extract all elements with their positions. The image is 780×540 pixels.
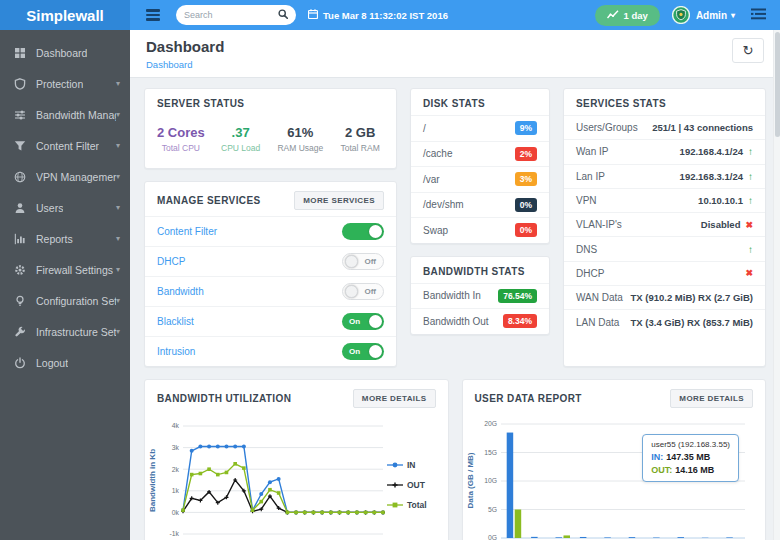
refresh-button[interactable]: ↻ — [732, 38, 764, 63]
sidebar-item-reports[interactable]: Reports▾ — [0, 223, 130, 254]
more-services-button[interactable]: MORE SERVICES — [294, 191, 384, 210]
server-stat-label: CPU Load — [211, 143, 271, 153]
sidebar-item-protection[interactable]: Protection▾ — [0, 68, 130, 99]
service-link[interactable]: DHCP — [157, 256, 185, 267]
bandwidth-more-details-button[interactable]: MORE DETAILS — [353, 389, 436, 408]
server-stat-label: Total RAM — [330, 143, 390, 153]
sidebar-item-vpn-management[interactable]: VPN Management▾ — [0, 161, 130, 192]
svg-text:15G: 15G — [484, 449, 497, 456]
service-toggle-bandwidth[interactable]: Off — [342, 283, 384, 300]
disk-label: /cache — [423, 148, 452, 159]
legend-item-out[interactable]: OUT — [387, 479, 433, 491]
vertical-scrollbar[interactable] — [773, 30, 780, 540]
svg-text:0G: 0G — [487, 534, 496, 540]
services-stat-text: 251/1 | 43 connections — [652, 122, 753, 133]
filter-icon — [14, 140, 27, 152]
shield-avatar-icon[interactable] — [672, 6, 690, 24]
svg-text:2k: 2k — [172, 466, 180, 473]
service-toggle-blacklist[interactable]: On — [342, 313, 384, 330]
user-name: Admin — [696, 10, 727, 21]
services-stat-text: Disabled — [701, 219, 741, 230]
sidebar-item-bandwidth-manager[interactable]: Bandwidth Manager▾ — [0, 99, 130, 130]
panel-toggle-icon[interactable] — [751, 8, 766, 22]
service-row-bandwidth: BandwidthOff — [145, 276, 396, 306]
wrench-icon — [14, 326, 27, 338]
sidebar-item-label: Bandwidth Manager — [36, 109, 116, 121]
services-stat-label: LAN Data — [576, 317, 619, 328]
page-title: Dashboard — [146, 38, 224, 55]
search-input[interactable] — [184, 10, 278, 20]
manage-services-panel: MANAGE SERVICES MORE SERVICES Content Fi… — [144, 181, 397, 367]
services-stat-row-lan-ip: Lan IP192.168.3.1/24↑ — [564, 164, 765, 188]
disk-row-dev-shm: /dev/shm0% — [411, 192, 549, 218]
service-link[interactable]: Bandwidth — [157, 286, 204, 297]
legend-item-in[interactable]: IN — [387, 459, 433, 471]
sidebar-item-label: Users — [36, 202, 63, 214]
sidebar-item-logout[interactable]: Logout — [0, 347, 130, 378]
services-stat-row-wan-ip: Wan IP192.168.4.1/24↑ — [564, 139, 765, 163]
service-link[interactable]: Intrusion — [157, 346, 195, 357]
chart-tooltip: user55 (192.168.3.55) IN:147.35 MB OUT:1… — [642, 434, 739, 482]
user-menu[interactable]: Admin ▾ — [696, 10, 735, 21]
refresh-icon: ↻ — [743, 43, 754, 58]
service-toggle-intrusion[interactable]: On — [342, 343, 384, 360]
legend-item-total[interactable]: Total — [387, 499, 433, 511]
disk-stats-panel: DISK STATS /9%/cache2%/var3%/dev/shm0%Sw… — [410, 88, 550, 244]
service-row-content-filter: Content Filter — [145, 216, 396, 246]
sidebar-item-label: Protection — [36, 78, 83, 90]
sidebar-item-content-filter[interactable]: Content Filter▾ — [0, 130, 130, 161]
services-stats-panel: SERVICES STATS Users/Groups251/1 | 43 co… — [563, 88, 766, 367]
svg-text:-1k: -1k — [170, 530, 180, 537]
services-stat-text: 10.10.10.1 — [698, 195, 743, 206]
chevron-down-icon: ▾ — [731, 11, 735, 20]
search-bar — [176, 5, 296, 25]
manage-services-title: MANAGE SERVICES — [157, 195, 261, 206]
line-chart-icon — [607, 10, 619, 21]
time-range-button[interactable]: 1 day — [595, 5, 660, 26]
sidebar-item-configuration-settings[interactable]: Configuration Settings▾ — [0, 285, 130, 316]
disk-value-badge: 3% — [515, 172, 537, 186]
svg-text:20G: 20G — [484, 420, 497, 427]
services-stat-value: ✖ — [740, 268, 753, 278]
sidebar-item-users[interactable]: Users▾ — [0, 192, 130, 223]
server-stat-value: 2 Cores — [151, 125, 211, 140]
chevron-down-icon: ▾ — [116, 79, 120, 88]
sidebar-item-firewall-settings[interactable]: Firewall Settings▾ — [0, 254, 130, 285]
services-stat-value: 192.168.3.1/24↑ — [680, 171, 753, 182]
sidebar-item-label: Reports — [36, 233, 73, 245]
bandwidth-chart: -1k0k1k2k3k4k123456789101112131415161718… — [161, 416, 387, 540]
legend-label: OUT — [407, 480, 425, 490]
services-stat-row-vlan-ip-s: VLAN-IP'sDisabled✖ — [564, 212, 765, 236]
server-stat-value: 61% — [271, 125, 331, 140]
brand-logo[interactable]: Simplewall — [0, 0, 130, 30]
bandwidth-chart-title: BANDWIDTH UTILIZATION — [157, 393, 291, 404]
chevron-down-icon: ▾ — [116, 327, 120, 336]
disk-value-badge: 0% — [515, 223, 537, 237]
user-data-more-details-button[interactable]: MORE DETAILS — [670, 389, 753, 408]
service-toggle-content-filter[interactable] — [342, 223, 384, 240]
status-up-icon: ↑ — [748, 171, 753, 182]
breadcrumb[interactable]: Dashboard — [146, 59, 224, 70]
sliders-icon — [14, 109, 27, 121]
search-icon[interactable] — [278, 9, 288, 21]
service-link[interactable]: Content Filter — [157, 226, 217, 237]
disk-label: /var — [423, 174, 440, 185]
datetime-text: Tue Mar 8 11:32:02 IST 2016 — [323, 10, 448, 21]
server-status-title: SERVER STATUS — [157, 98, 244, 109]
services-stat-value: ↑ — [743, 244, 753, 255]
shield-icon — [14, 78, 27, 90]
disk-row-var: /var3% — [411, 166, 549, 192]
svg-text:4k: 4k — [172, 422, 180, 429]
bar-chart-icon — [14, 233, 27, 245]
service-link[interactable]: Blacklist — [157, 316, 194, 327]
sidebar-item-infrastructure-settings[interactable]: Infrastructure Settings▾ — [0, 316, 130, 347]
disk-value-badge: 2% — [515, 147, 537, 161]
status-down-icon: ✖ — [745, 268, 753, 278]
hamburger-icon[interactable] — [146, 7, 160, 23]
sidebar-item-label: Firewall Settings — [36, 264, 113, 276]
sidebar-item-dashboard[interactable]: Dashboard — [0, 37, 130, 68]
server-status-stats: 2 CoresTotal CPU.37CPU Load61%RAM Usage2… — [145, 115, 396, 168]
services-stat-row-lan-data: LAN DataTX (3.4 GiB) RX (853.7 MiB) — [564, 309, 765, 333]
scrollbar-thumb[interactable] — [775, 32, 780, 137]
service-toggle-dhcp[interactable]: Off — [342, 253, 384, 270]
